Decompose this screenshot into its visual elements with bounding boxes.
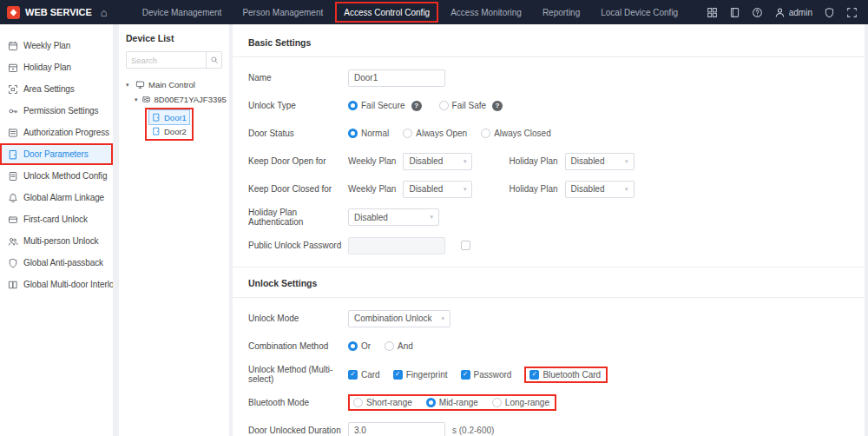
search-button[interactable] xyxy=(206,52,221,68)
radio-always-closed[interactable]: Always Closed xyxy=(481,129,551,138)
host-monitor-icon xyxy=(135,80,145,89)
radio-normal[interactable]: Normal xyxy=(348,129,389,138)
radio-dot xyxy=(353,398,363,407)
sidebar-item-multi-person-unlock[interactable]: Multi-person Unlock xyxy=(0,230,113,252)
checkbox-label: Password xyxy=(474,370,512,380)
radio-dot xyxy=(481,129,490,138)
keep-open-holiday-select[interactable]: Disabled▾ xyxy=(565,153,635,170)
tree-node-door1[interactable]: Door1 xyxy=(149,110,189,124)
sidebar-item-label: Unlock Method Config xyxy=(23,171,107,181)
unlock-mode-select[interactable]: Combination Unlock▾ xyxy=(348,310,450,327)
sidebar-item-authorization-progress[interactable]: Authorization Progress xyxy=(0,122,113,143)
help-icon[interactable] xyxy=(752,7,763,18)
fail-safe-help-icon[interactable]: ? xyxy=(492,101,503,111)
device-search xyxy=(126,51,222,69)
radio-dot xyxy=(492,398,502,407)
manual-icon[interactable] xyxy=(729,7,740,18)
keep-open-weekly-select[interactable]: Disabled▾ xyxy=(403,153,472,170)
weekly-plan-sublabel: Weekly Plan xyxy=(348,184,396,194)
public-password-input[interactable] xyxy=(348,237,445,254)
checkbox-bluetooth-card[interactable]: ✓Bluetooth Card xyxy=(529,370,601,380)
unlock-mode-label: Unlock Mode xyxy=(248,314,348,323)
select-value: Disabled xyxy=(354,213,388,222)
select-value: Disabled xyxy=(409,184,443,194)
tree-node-door2[interactable]: Door2 xyxy=(149,124,189,138)
sidebar-item-holiday-plan[interactable]: Holiday Plan xyxy=(0,56,113,78)
radio-label: Mid-range xyxy=(439,398,478,407)
door-icon xyxy=(152,113,161,122)
nav-reporting[interactable]: Reporting xyxy=(532,0,590,24)
tree-expand-icon[interactable]: ▾ xyxy=(135,96,138,103)
radio-dot xyxy=(348,129,358,138)
radio-label: Always Open xyxy=(416,129,467,138)
radio-mid-range[interactable]: Mid-range xyxy=(426,398,478,407)
checkbox-password[interactable]: ✓Password xyxy=(461,370,512,380)
brand: WEB SERVICE ⌂ xyxy=(0,6,116,19)
sidebar-item-door-parameters[interactable]: Door Parameters xyxy=(0,143,113,165)
row-door-status: Door Status Normal Always Open Always Cl… xyxy=(248,124,849,142)
tree-expand-icon[interactable]: ▾ xyxy=(126,82,132,89)
public-password-checkbox[interactable] xyxy=(461,241,470,250)
nav-access-control-config[interactable]: Access Control Config xyxy=(333,0,440,24)
sidebar-item-permission-settings[interactable]: Permission Settings xyxy=(0,100,113,122)
sidebar-item-global-multi-door-interlock[interactable]: Global Multi-door Interlock xyxy=(0,274,113,295)
unlock-settings-title: Unlock Settings xyxy=(233,268,865,298)
sidebar-item-label: First-card Unlock xyxy=(23,215,88,224)
device-search-input[interactable] xyxy=(127,56,206,65)
progress-list-icon xyxy=(8,128,18,138)
tree-node-label: 8D00E71YAJF3395 xyxy=(155,95,227,104)
nav-local-device-config[interactable]: Local Device Config xyxy=(590,0,688,24)
keep-closed-weekly-select[interactable]: Disabled▾ xyxy=(403,181,472,198)
radio-fail-safe[interactable]: Fail Safe? xyxy=(439,101,506,111)
checkbox-box: ✓ xyxy=(529,370,539,380)
keep-closed-label: Keep Door Closed for xyxy=(248,184,348,194)
nav-device-management[interactable]: Device Management xyxy=(132,0,233,24)
radio-label: Or xyxy=(361,341,371,351)
nav-person-management[interactable]: Person Management xyxy=(232,0,333,24)
holiday-auth-label: Holiday Plan Authentication xyxy=(248,208,348,227)
checkbox-card[interactable]: ✓Card xyxy=(348,370,380,380)
security-shield-icon[interactable] xyxy=(824,7,835,18)
tree-node-device[interactable]: ▾ 8D00E71YAJF3395 xyxy=(126,92,222,107)
door-status-label: Door Status xyxy=(248,129,348,138)
weekly-plan-sublabel: Weekly Plan xyxy=(348,156,396,166)
fail-secure-help-icon[interactable]: ? xyxy=(411,101,422,111)
sidebar-item-global-anti-passback[interactable]: Global Anti-passback xyxy=(0,252,113,274)
nav-access-monitoring[interactable]: Access Monitoring xyxy=(440,0,532,24)
select-value: Disabled xyxy=(409,156,443,166)
radio-dot xyxy=(348,101,358,110)
checkbox-fingerprint[interactable]: ✓Fingerprint xyxy=(393,370,448,380)
apps-grid-icon[interactable] xyxy=(707,7,718,18)
radio-label: Fail Safe xyxy=(452,101,486,110)
device-tree: ▾ Main Control ▾ 8D00E71YAJF3395 Door1 D… xyxy=(126,77,222,141)
chevron-down-icon: ▾ xyxy=(625,186,628,193)
radio-always-open[interactable]: Always Open xyxy=(403,129,467,138)
row-combination-method: Combination Method Or And xyxy=(248,337,849,355)
radio-short-range[interactable]: Short-range xyxy=(353,398,412,407)
radio-and[interactable]: And xyxy=(385,341,413,351)
annotation-bluetooth-mode: Short-range Mid-range Long-range xyxy=(348,394,556,411)
unlock-type-label: Unlock Type xyxy=(248,101,348,110)
fullscreen-icon[interactable] xyxy=(846,7,858,18)
tree-node-main-control[interactable]: ▾ Main Control xyxy=(126,77,222,92)
sidebar-item-label: Permission Settings xyxy=(23,106,98,116)
keep-closed-holiday-select[interactable]: Disabled▾ xyxy=(565,181,635,198)
radio-fail-secure[interactable]: Fail Secure? xyxy=(348,101,425,111)
name-input[interactable] xyxy=(348,69,445,87)
sidebar-item-area-settings[interactable]: Area Settings xyxy=(0,78,113,100)
sidebar-item-unlock-method-config[interactable]: Unlock Method Config xyxy=(0,165,113,187)
radio-or[interactable]: Or xyxy=(348,341,371,351)
alarm-bell-icon xyxy=(8,193,18,203)
tree-node-label: Door1 xyxy=(164,113,187,122)
duration-input[interactable] xyxy=(348,422,445,436)
sidebar-item-weekly-plan[interactable]: Weekly Plan xyxy=(0,35,113,56)
sidebar-item-global-alarm-linkage[interactable]: Global Alarm Linkage xyxy=(0,187,113,208)
home-icon[interactable]: ⌂ xyxy=(101,6,108,19)
username-label: admin xyxy=(789,8,812,17)
sidebar: Weekly Plan Holiday Plan Area Settings P… xyxy=(0,24,113,436)
holiday-auth-select[interactable]: Disabled▾ xyxy=(348,208,439,226)
sidebar-item-first-card-unlock[interactable]: First-card Unlock xyxy=(0,208,113,230)
radio-long-range[interactable]: Long-range xyxy=(492,398,549,407)
shield-icon xyxy=(8,258,18,268)
user-menu[interactable]: admin xyxy=(774,7,812,18)
